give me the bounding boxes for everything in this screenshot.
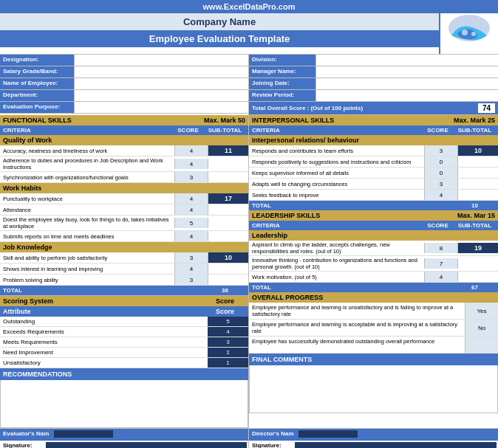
total-overall-row: Total Overall Score : (Out of 100 points…	[249, 102, 498, 115]
op-row-0: Employee performance and learning is uns…	[249, 303, 498, 320]
company-name: Company Name	[0, 13, 439, 30]
is-row-4: Seeks feedback to improve 4	[249, 190, 498, 201]
dept-row: Department:	[0, 90, 248, 102]
employee-value	[74, 78, 248, 89]
evaluator-name-row: Evaluator's Nam	[0, 429, 248, 441]
fs-row-0-0: Accuracy, neatness and timeliness of wor…	[0, 145, 248, 156]
designation-row: Designation:	[0, 55, 248, 66]
salary-row: Salary Grade/Band:	[0, 66, 248, 78]
header-left: Designation: Salary Grade/Band: Name of …	[0, 55, 249, 115]
review-row: Review Period:	[249, 90, 498, 102]
scoring-header: Scoring System Score	[0, 296, 248, 306]
evaluator-sig-val	[46, 442, 247, 448]
division-label: Division:	[249, 55, 315, 66]
eval-purpose-label: Evaluation Purpose:	[0, 102, 74, 113]
manager-label: Manager Name:	[249, 66, 315, 77]
employee-label: Name of Employee:	[0, 78, 74, 89]
is-row-2: Keeps supervisor informed of all details…	[249, 168, 498, 179]
scoring-row-3: Need Improvement 2	[0, 348, 248, 358]
final-comments-body[interactable]	[249, 365, 498, 413]
right-panel: INTERPERSONAL SKILLS Max. Mark 25 CRITER…	[249, 115, 498, 428]
recommendations-body[interactable]	[0, 380, 248, 428]
joining-label: Joining Date:	[249, 78, 315, 89]
scoring-row-0: Outstanding 5	[0, 317, 248, 327]
functional-skills-header: FUNCTIONAL SKILLS Max. Mark 50	[0, 115, 248, 125]
main-content: FUNCTIONAL SKILLS Max. Mark 50 CRITERIA …	[0, 115, 498, 428]
salary-label: Salary Grade/Band:	[0, 66, 74, 77]
leadership-section-header: Leadership	[249, 230, 498, 241]
joining-value	[315, 78, 498, 89]
fs-row-2-2: Problem solving ability 3	[0, 275, 248, 286]
dept-label: Department:	[0, 90, 74, 101]
joining-row: Joining Date:	[249, 78, 498, 90]
left-panel: FUNCTIONAL SKILLS Max. Mark 50 CRITERIA …	[0, 115, 249, 428]
final-comments-section: FINAL COMMENTS	[249, 354, 498, 413]
scoring-row-4: Unsatisfactory 1	[0, 358, 248, 368]
functional-skills-total: TOTAL 38	[0, 286, 248, 295]
employee-row: Name of Employee:	[0, 78, 248, 90]
op-row-2: Employee has successfully demonstrated o…	[249, 337, 498, 354]
footer-right: Director's Nam Signature: Date:	[249, 429, 498, 448]
scoring-row-2: Meets Requirements 3	[0, 337, 248, 348]
recommendations-section: RECOMMENDATIONS	[0, 368, 248, 428]
header-right: Division: Manager Name: Joining Date: Re…	[249, 55, 498, 115]
manager-value	[315, 66, 498, 77]
salary-value	[74, 66, 248, 77]
interpersonal-skills-total: TOTAL 10	[249, 201, 498, 210]
fs-row-0-2: Synchronization with organizations/funct…	[0, 172, 248, 183]
leadership-total: TOTAL 67	[249, 283, 498, 292]
op-row-1: Employee performance and learning is acc…	[249, 320, 498, 337]
recommendations-header: RECOMMENDATIONS	[0, 368, 248, 380]
ls-row-2: Work motivation. (out of 5) 4	[249, 272, 498, 283]
svg-point-2	[462, 30, 468, 35]
site-url[interactable]: www.ExcelDataPro.com	[203, 2, 296, 11]
footer-left: Evaluator's Nam Signature: Date:	[0, 429, 249, 448]
top-bar: www.ExcelDataPro.com	[0, 0, 498, 13]
logo-icon	[444, 13, 494, 54]
review-value	[315, 90, 498, 101]
interpersonal-relations-header: Interpersonal relations/ behaviour	[249, 135, 498, 145]
header-info: Designation: Salary Grade/Band: Name of …	[0, 54, 498, 115]
director-sig-val	[295, 442, 497, 448]
interpersonal-col-header: CRITERIA SCORE SUB-TOTAL	[249, 125, 498, 135]
fs-row-0-1: Adherence to duties and procedures in Jo…	[0, 156, 248, 172]
leadership-skills-header: LEADERSHIP SKILLS Max. Mar 15	[249, 210, 498, 221]
designation-value	[74, 55, 248, 66]
leadership-col-header: CRITERIA SCORE SUB-TOTAL	[249, 221, 498, 230]
fs-row-2-0: Skill and ability to perform job satisfa…	[0, 252, 248, 263]
scoring-col-header: Attribute Score	[0, 306, 248, 317]
interpersonal-skills-header: INTERPERSONAL SKILLS Max. Mark 25	[249, 115, 498, 125]
is-row-1: Responds positively to suggestions and i…	[249, 156, 498, 168]
director-name-row: Director's Nam	[249, 429, 498, 441]
functional-skills-max: Max. Mark 50	[204, 117, 245, 124]
is-row-3: Adapts well to changing circumstances 3	[249, 179, 498, 190]
fs-row-1-0: Punctuality to workplace 4 17	[0, 193, 248, 204]
fs-row-1-3: Submits reports on time and meets deadli…	[0, 231, 248, 242]
overall-progress-header: OVERALL PROGRESS	[249, 292, 498, 303]
svg-point-3	[471, 32, 476, 36]
is-row-0: Responds and contributes to team efforts…	[249, 145, 498, 156]
work-habits-header: Work Habits	[0, 183, 248, 193]
eval-purpose-value	[74, 102, 248, 113]
total-overall-value: 74	[478, 103, 495, 113]
job-knowledge-header: Job Knowledge	[0, 242, 248, 252]
total-overall-label: Total Overall Score : (Out of 100 points…	[252, 105, 363, 111]
page-title: Employee Evaluation Template	[0, 30, 439, 47]
interpersonal-skills-title: INTERPERSONAL SKILLS	[252, 117, 334, 124]
ls-row-1: Innovative thinking - contribution to or…	[249, 256, 498, 272]
fs-row-1-1: Attendance 4	[0, 204, 248, 216]
director-sig-row: Signature:	[249, 441, 498, 448]
division-value	[315, 55, 498, 66]
dept-value	[74, 90, 248, 101]
functional-skills-col-header: CRITERIA SCORE SUB-TOTAL	[0, 125, 248, 135]
ls-row-0: Aspirant to climb up the ladder, accepts…	[249, 241, 498, 256]
footer: Evaluator's Nam Signature: Date: Directo…	[0, 428, 498, 448]
scoring-row-1: Exceeds Requirements 4	[0, 327, 248, 337]
scoring-system-section: Scoring System Score Attribute Score Out…	[0, 295, 248, 368]
review-label: Review Period:	[249, 90, 315, 101]
manager-row: Manager Name:	[249, 66, 498, 78]
quality-of-work-header: Quality of Work	[0, 135, 248, 145]
evaluator-sig-row: Signature:	[0, 441, 248, 448]
eval-purpose-row: Evaluation Purpose:	[0, 102, 248, 114]
designation-label: Designation:	[0, 55, 74, 66]
